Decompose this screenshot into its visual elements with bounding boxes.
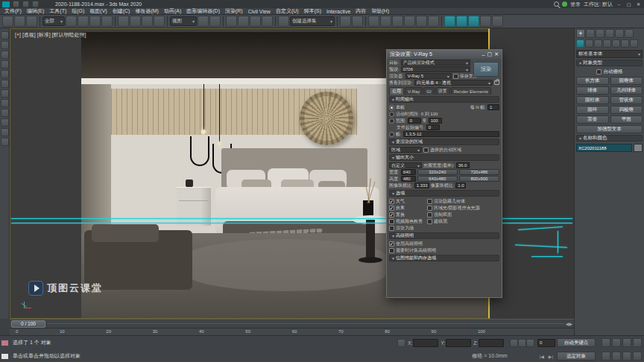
- reference-coordinate-combo[interactable]: 视图▾: [170, 16, 197, 26]
- pyramid-button[interactable]: 四棱锥: [610, 106, 643, 114]
- rollout-output-size[interactable]: ▾输出大小: [389, 154, 499, 161]
- menu-content[interactable]: 内容: [356, 7, 366, 15]
- range-from-field[interactable]: 0: [408, 118, 421, 124]
- prev-key-icon[interactable]: [510, 339, 518, 347]
- menu-animation[interactable]: 动画(A): [164, 7, 181, 15]
- bind-to-spacewarp-icon[interactable]: [26, 16, 37, 27]
- text-plus-button[interactable]: 加强型文本: [576, 125, 643, 133]
- aperture-field[interactable]: 36.0: [456, 162, 470, 168]
- save-file-checkbox[interactable]: [453, 74, 458, 79]
- atmospherics-checkbox[interactable]: [389, 199, 394, 204]
- rollout-object-type[interactable]: ▾对象类型: [576, 60, 643, 66]
- select-and-link-icon[interactable]: [2, 16, 13, 27]
- time-slider-track[interactable]: [48, 323, 564, 324]
- menu-interactive[interactable]: Interactive: [326, 9, 350, 14]
- left-tool-icon-5[interactable]: [1, 70, 9, 78]
- y-coord-field[interactable]: [446, 339, 471, 347]
- dialog-maximize-icon[interactable]: ▢: [487, 51, 493, 57]
- ribbon-toggle-icon[interactable]: [392, 16, 403, 27]
- login-button[interactable]: 登录: [570, 1, 581, 8]
- cylinder-button[interactable]: 圆柱体: [576, 96, 609, 104]
- menu-scripting[interactable]: 脚本(S): [304, 7, 321, 15]
- video-color-check-checkbox[interactable]: [389, 219, 394, 224]
- rectangular-region-icon[interactable]: [89, 16, 101, 27]
- nightstand[interactable]: [177, 187, 211, 226]
- render-setup-dialog[interactable]: 渲染设置: V-Ray 5 – ▢ ✕ 渲染 目标: 产品级渲染模式▾ 预设: …: [386, 49, 502, 298]
- menu-modifiers[interactable]: 修改器(M): [135, 7, 159, 15]
- maximize-button[interactable]: ▢: [625, 1, 632, 7]
- zoom-icon[interactable]: [602, 338, 610, 347]
- menu-help[interactable]: 帮助(H): [371, 7, 389, 15]
- menu-civil-view[interactable]: Civil View: [248, 9, 271, 14]
- super-black-checkbox[interactable]: [427, 219, 432, 224]
- dialog-title-bar[interactable]: 渲染设置: V-Ray 5 – ▢ ✕: [387, 50, 502, 59]
- open-in-viewer-icon[interactable]: [492, 16, 503, 27]
- render-setup-icon[interactable]: [444, 16, 455, 27]
- box-button[interactable]: 长方体: [576, 77, 609, 85]
- left-tool-icon-8[interactable]: [1, 99, 9, 107]
- cameras-category-icon[interactable]: [603, 39, 611, 48]
- shapes-category-icon[interactable]: [585, 39, 593, 48]
- plane-button[interactable]: 平面: [610, 115, 643, 124]
- unlink-selection-icon[interactable]: [14, 16, 25, 27]
- frames-radio[interactable]: [389, 132, 394, 137]
- compute-adv-lighting-checkbox[interactable]: [389, 248, 394, 253]
- next-key-icon[interactable]: [526, 339, 534, 347]
- frames-field[interactable]: 1,3,5-12: [403, 131, 499, 137]
- helpers-category-icon[interactable]: [612, 39, 620, 48]
- left-tool-icon-3[interactable]: [1, 51, 9, 59]
- object-color-swatch[interactable]: [634, 144, 643, 152]
- field-of-view-icon[interactable]: [622, 352, 631, 361]
- viewport-label[interactable]: [+] [透视] [标准] [默认明暗处理]: [15, 31, 86, 39]
- sphere-button[interactable]: 球体: [576, 86, 609, 95]
- preset-combo[interactable]: 0706▾: [401, 66, 470, 72]
- menu-views[interactable]: 视图(V): [89, 7, 107, 15]
- sofa-cushion[interactable]: [92, 224, 159, 242]
- lights-category-icon[interactable]: [594, 39, 602, 48]
- dialog-close-icon[interactable]: ✕: [494, 51, 499, 57]
- pan-icon[interactable]: [602, 352, 610, 361]
- key-mode-toggle-icon[interactable]: [518, 339, 526, 347]
- percent-snap-icon[interactable]: [250, 16, 261, 27]
- menu-graph-editors[interactable]: 图形编辑器(D): [186, 7, 220, 15]
- modify-tab-icon[interactable]: [586, 29, 595, 38]
- view-to-render-combo[interactable]: 四元菜单 4 - 透视▾: [414, 80, 493, 86]
- close-button[interactable]: ✕: [635, 1, 642, 7]
- snap-toggle-icon[interactable]: [226, 16, 237, 27]
- use-pivot-center-icon[interactable]: [198, 16, 209, 27]
- select-and-scale-icon[interactable]: [142, 16, 153, 27]
- edit-named-selection-icon[interactable]: [278, 16, 289, 27]
- dialog-minimize-icon[interactable]: –: [482, 52, 485, 57]
- utilities-tab-icon[interactable]: [625, 29, 634, 38]
- time-slider-next-icon[interactable]: ▶: [569, 321, 572, 326]
- select-by-name-icon[interactable]: [78, 16, 89, 27]
- systems-category-icon[interactable]: [630, 39, 638, 48]
- selection-lock-icon[interactable]: [397, 339, 405, 347]
- menu-file[interactable]: 文件(F): [4, 7, 22, 15]
- menu-tools[interactable]: 工具(T): [49, 7, 66, 15]
- tab-common[interactable]: 公用: [389, 87, 404, 95]
- orbit-icon[interactable]: [612, 352, 621, 361]
- force-two-sided-checkbox[interactable]: [427, 212, 432, 217]
- renderer-combo[interactable]: V-Ray 5▾: [405, 73, 452, 79]
- range-to-field[interactable]: 100: [429, 118, 442, 124]
- nightstand-decor[interactable]: [186, 180, 193, 187]
- single-frame-radio[interactable]: [389, 105, 394, 110]
- selected-filter-button[interactable]: 选定对象: [557, 352, 596, 361]
- create-tab-icon[interactable]: +: [576, 29, 585, 38]
- maxscript-mini-listener-script[interactable]: [1, 354, 8, 359]
- rollout-advanced-lighting[interactable]: ▾高级照明: [389, 232, 499, 239]
- track-bar[interactable]: 0 10 20 30 40 50 60 70 80 90 100: [10, 328, 574, 335]
- effects-checkbox[interactable]: [389, 206, 394, 211]
- schematic-view-icon[interactable]: [416, 16, 427, 27]
- left-tool-icon-9[interactable]: [1, 109, 9, 117]
- torus-button[interactable]: 圆环: [576, 106, 609, 114]
- zoom-region-icon[interactable]: [633, 338, 642, 347]
- render-in-cloud-icon[interactable]: [480, 16, 491, 27]
- angle-snap-icon[interactable]: [238, 16, 249, 27]
- width-field[interactable]: 640: [401, 169, 416, 175]
- target-combo[interactable]: 产品级渲染模式▾: [401, 60, 470, 66]
- left-tool-icon-1[interactable]: [1, 31, 9, 39]
- autogrid-checkbox[interactable]: [596, 69, 602, 74]
- pendant-cord-1[interactable]: [203, 84, 204, 130]
